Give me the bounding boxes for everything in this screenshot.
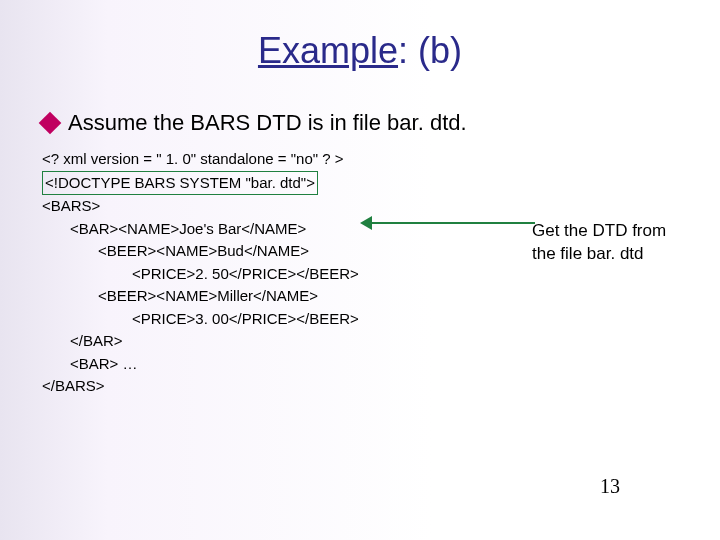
page-number: 13: [600, 475, 620, 498]
slide-title: Example: (b): [0, 0, 720, 72]
code-line-9: </BAR>: [42, 330, 720, 353]
xml-code-block: <? xml version = " 1. 0" standalone = "n…: [42, 148, 720, 398]
code-line-10: <BAR> …: [42, 353, 720, 376]
bullet-row: Assume the BARS DTD is in file bar. dtd.: [42, 110, 720, 136]
code-line-11: </BARS>: [42, 375, 720, 398]
title-underlined: Example: [258, 30, 398, 71]
code-line-6: <PRICE>2. 50</PRICE></BEER>: [42, 263, 720, 286]
code-line-7: <BEER><NAME>Miller</NAME>: [42, 285, 720, 308]
arrow-head-icon: [360, 216, 372, 230]
title-rest: : (b): [398, 30, 462, 71]
code-line-8: <PRICE>3. 00</PRICE></BEER>: [42, 308, 720, 331]
bullet-text: Assume the BARS DTD is in file bar. dtd.: [68, 110, 467, 136]
code-line-2: <!DOCTYPE BARS SYSTEM "bar. dtd">: [42, 171, 720, 196]
callout-arrow: [360, 211, 535, 235]
callout-annotation: Get the DTD from the file bar. dtd: [532, 220, 682, 266]
arrow-line: [370, 222, 535, 224]
diamond-bullet-icon: [39, 112, 62, 135]
code-line-1: <? xml version = " 1. 0" standalone = "n…: [42, 148, 720, 171]
doctype-highlight-box: <!DOCTYPE BARS SYSTEM "bar. dtd">: [42, 171, 318, 196]
